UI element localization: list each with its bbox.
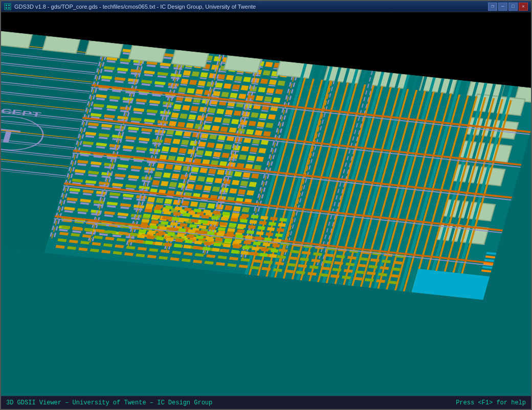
status-bar: 3D GDSII Viewer – University of Twente –… [1,396,531,409]
restore-button[interactable]: ❐ [488,3,497,11]
minimize-button[interactable]: ─ [498,3,507,11]
window-title: GDS3D v1.8 - gds/TOP_core.gds - techfile… [14,4,256,10]
title-bar-buttons: ❐ ─ □ ✕ [488,3,528,11]
svg-rect-3 [6,7,7,9]
main-viewport[interactable] [1,12,531,396]
chip-3d-canvas[interactable] [1,12,531,396]
app-icon [4,3,11,10]
svg-rect-4 [8,7,10,9]
svg-rect-0 [5,4,11,10]
close-button[interactable]: ✕ [519,3,528,11]
status-info: 3D GDSII Viewer – University of Twente –… [6,399,212,406]
title-bar-left: GDS3D v1.8 - gds/TOP_core.gds - techfile… [4,3,256,10]
status-help: Press <F1> for help [456,399,526,406]
svg-rect-1 [6,5,7,6]
maximize-button[interactable]: □ [508,3,518,11]
app-window: GDS3D v1.8 - gds/TOP_core.gds - techfile… [0,0,532,410]
svg-rect-2 [8,5,10,6]
title-bar: GDS3D v1.8 - gds/TOP_core.gds - techfile… [1,1,531,12]
